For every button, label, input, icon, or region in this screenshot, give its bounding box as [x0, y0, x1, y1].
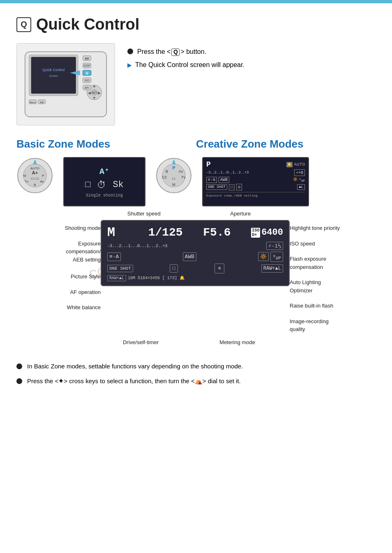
basic-zone-title: Basic Zone Modes — [16, 138, 196, 150]
svg-text:Av: Av — [40, 180, 44, 183]
svg-text:SET: SET — [92, 91, 97, 94]
title-section: Q Quick Control — [16, 16, 376, 33]
svg-text:Menu: Menu — [30, 101, 36, 104]
creative-top-right: 🔔 AUTO — [286, 162, 305, 167]
lcd-flash-comp: ⚡-1⅓ — [266, 242, 283, 250]
creative-style: ≡·A — [206, 177, 217, 183]
basic-screen-mode: A⁺ — [99, 166, 109, 176]
lcd-row4: ONE SHOT □ ⊙ RAW+▲L — [107, 264, 283, 273]
lcd-aperture: F5.6 — [203, 226, 231, 239]
svg-text:▼: ▼ — [92, 96, 96, 100]
lcd-row3-right: 🔆 ⚡UP — [258, 252, 283, 262]
svg-text:▲: ▲ — [92, 84, 96, 88]
lcd-mode: M — [107, 225, 128, 240]
notes-section: In Basic Zone modes, settable functions … — [16, 362, 376, 386]
lcd-iso: ISOD+ 6400 — [251, 227, 283, 238]
note-dot-1 — [16, 363, 22, 369]
basic-zone-dial: AUTO A+ P Av Tv M B C1 C2 — [16, 157, 58, 196]
lcd-row3: ≡·A AWB 🔆 ⚡UP — [107, 252, 283, 262]
lcd-drive: □ — [170, 264, 178, 273]
lcd-file-info: 18M 5184×3456 [ 173] 🔔 — [128, 275, 184, 280]
label-flash-exp-comp: Flash exposurecompensation — [290, 255, 370, 271]
lcd-shutter: 1/125 — [148, 226, 183, 239]
label-metering-mode: Metering mode — [219, 339, 255, 345]
svg-text:C2: C2 — [162, 175, 167, 179]
bullet-arrow-2: ▶ — [127, 61, 132, 69]
basic-screen-display: A⁺ □ ⏱ Sk Single shooting — [63, 157, 145, 206]
creative-quality: ▲L — [297, 184, 305, 190]
label-white-balance: White balance — [25, 303, 101, 312]
svg-text:DISP: DISP — [83, 64, 90, 67]
creative-af: ONE SHOT — [206, 184, 227, 190]
intro-bullet-1: Press the <Q> button. — [127, 47, 244, 56]
svg-text:Av: Av — [179, 169, 183, 174]
svg-text:Tv: Tv — [25, 180, 29, 183]
page-title: Quick Control — [36, 16, 139, 33]
svg-text:M: M — [172, 183, 175, 187]
label-iso-speed: ISO speed — [290, 240, 370, 248]
svg-text:Q: Q — [85, 71, 88, 75]
note-text-1: In Basic Zone modes, settable functions … — [27, 362, 243, 371]
camera-illustration: AV DISP Q ISO ▲ ▼ ◀ ▶ SET AF• — [16, 43, 115, 125]
svg-text:Screen: Screen — [49, 74, 58, 77]
intro-section: AV DISP Q ISO ▲ ▼ ◀ ▶ SET AF• — [16, 43, 376, 125]
svg-text:P: P — [173, 166, 175, 170]
label-drive-timer: Drive/self-timer — [123, 339, 159, 345]
dial-icon: ⛺ — [195, 377, 203, 384]
svg-text:B: B — [34, 183, 36, 187]
lcd-scale: -3...2...1...0...1...2..+3 — [107, 243, 167, 248]
svg-text:WB: WB — [40, 101, 44, 104]
creative-zone-dial: P Av Tv B C2 M C1 — [155, 157, 196, 196]
camera-svg: AV DISP Q ISO ▲ ▼ ◀ ▶ SET AF• — [17, 43, 115, 125]
label-auto-lighting: Auto LightingOptimizer — [290, 278, 370, 294]
bullet2-text: The Quick Control screen will appear. — [135, 60, 244, 69]
q-button-inline: Q — [171, 49, 180, 56]
svg-text:AF•: AF• — [85, 86, 90, 89]
cross-keys-icon: ✦ — [58, 377, 64, 384]
drive-icon: □ — [85, 180, 90, 191]
label-col-left: Shooting mode Exposurecompensation/AEB s… — [25, 220, 101, 314]
lcd-file-quality: RAW+▲L — [107, 275, 126, 281]
svg-text:AUTO: AUTO — [30, 167, 39, 170]
lcd-container: M 1/125 F5.6 ISOD+ 6400 -3...2...1...0..… — [101, 220, 290, 286]
creative-zone-title: Creative Zone Modes — [196, 138, 376, 150]
lcd-row2: -3...2...1...0...1...2..+3 ⚡-1⅓ — [107, 242, 283, 250]
creative-metering: ⊙ — [236, 184, 242, 190]
note-item-2: Press the <✦> cross keys to select a fun… — [16, 377, 376, 386]
note-dot-2 — [16, 378, 22, 384]
basic-screen-label: Single shooting — [86, 193, 123, 198]
label-shutter-speed: Shutter speed — [127, 211, 161, 217]
creative-screen-display: P 🔔 AUTO -3..2..1..0..1..2..+3 ⚡+0 ≡·A A… — [202, 157, 309, 206]
zone-modes-header: Basic Zone Modes Creative Zone Modes — [16, 138, 376, 150]
svg-text:P: P — [42, 174, 44, 178]
svg-text:B: B — [166, 169, 168, 174]
bottom-labels-row: Drive/self-timer Metering mode — [92, 339, 286, 345]
bullet-dot-1 — [127, 49, 133, 54]
creative-row-4: ONE SHOT □ ⊙ ▲L — [206, 184, 305, 190]
creative-mode-screen: P 🔔 AUTO -3..2..1..0..1..2..+3 ⚡+0 ≡·A A… — [202, 157, 376, 206]
lcd-quality: RAW+▲L — [261, 264, 283, 273]
creative-row-3: ≡·A AWB 🔆 ⚡UP — [206, 177, 305, 183]
creative-wb: AWB — [219, 177, 229, 183]
lcd-auto-lighting: 🔆 — [258, 252, 269, 261]
lcd-white-balance: AWB — [183, 252, 196, 261]
lcd-display: M 1/125 F5.6 ISOD+ 6400 -3...2...1...0..… — [101, 220, 290, 286]
svg-text:Quick Control: Quick Control — [42, 68, 65, 72]
svg-text:◀: ◀ — [88, 91, 91, 95]
label-shooting-mode: Shooting mode — [25, 224, 101, 232]
diagram-inner: Shooting mode Exposurecompensation/AEB s… — [16, 220, 378, 336]
creative-right-icons: 🔆 ⚡UP — [293, 177, 305, 183]
lcd-metering: ⊙ — [214, 264, 224, 273]
svg-text:Tv: Tv — [181, 175, 185, 179]
svg-text:M: M — [23, 174, 26, 178]
basic-mode-screen: A⁺ □ ⏱ Sk Single shooting — [63, 157, 145, 206]
auto-lighting-icon: 🔆 — [293, 177, 297, 183]
creative-mode: P — [206, 160, 211, 169]
flash-raise-icon: ⚡UP — [299, 177, 305, 183]
intro-text: Press the <Q> button. ▶ The Quick Contro… — [127, 43, 244, 74]
lcd-flash-raise: ⚡UP — [270, 252, 283, 262]
label-col-right: Highlight tone priority ISO speed Flash … — [290, 220, 370, 336]
svg-text:A+: A+ — [32, 170, 38, 175]
svg-text:C1: C1 — [172, 177, 176, 180]
lcd-iso-badge: ISOD+ — [251, 228, 260, 238]
